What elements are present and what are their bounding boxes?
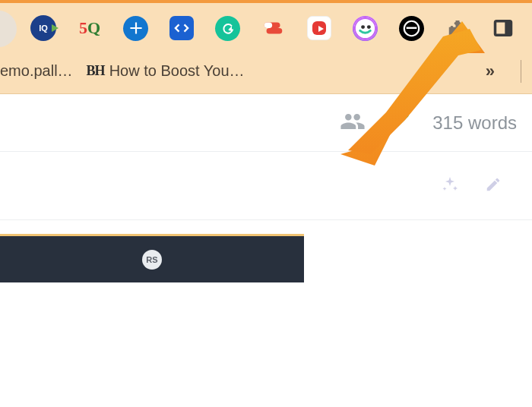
banner-badge: RS bbox=[142, 250, 162, 270]
sparkle-icon[interactable] bbox=[441, 175, 459, 197]
bh-icon: BH bbox=[87, 63, 105, 79]
svg-rect-1 bbox=[267, 28, 283, 34]
iq-label: IQ bbox=[39, 24, 48, 33]
grammarly-extension-icon[interactable] bbox=[215, 16, 240, 41]
sq-extension-icon[interactable]: 5Q bbox=[78, 16, 102, 40]
word-count-label: 315 words bbox=[432, 112, 517, 134]
code-icon bbox=[172, 18, 192, 38]
plus-extension-icon[interactable] bbox=[123, 16, 148, 41]
puzzle-icon bbox=[446, 17, 469, 39]
saved-check-icon bbox=[387, 109, 411, 137]
svg-rect-2 bbox=[264, 22, 272, 28]
plus-icon bbox=[126, 18, 146, 38]
iq-extension-icon[interactable]: IQ bbox=[30, 15, 56, 41]
loom-extension-icon[interactable] bbox=[353, 16, 378, 41]
bookmarks-overflow-button[interactable]: » bbox=[481, 62, 499, 81]
sidepanel-icon[interactable] bbox=[491, 16, 515, 40]
overflow-label: » bbox=[486, 62, 495, 80]
svg-rect-9 bbox=[407, 27, 417, 28]
loom-icon bbox=[353, 16, 378, 41]
extension-bar: IQ 5Q bbox=[0, 3, 532, 53]
doc-tool-row bbox=[0, 152, 532, 220]
extensions-menu-icon[interactable] bbox=[445, 16, 470, 40]
svg-point-6 bbox=[367, 25, 371, 29]
code-extension-icon[interactable] bbox=[169, 16, 194, 40]
grammarly-icon bbox=[220, 21, 236, 36]
bookmark-item-2[interactable]: BH How to Boost You… bbox=[87, 62, 245, 80]
pencil-icon[interactable] bbox=[485, 176, 502, 196]
youtube-extension-icon[interactable] bbox=[307, 16, 331, 40]
expressvpn-icon bbox=[261, 15, 286, 41]
banner-badge-label: RS bbox=[146, 255, 157, 264]
panel-icon bbox=[492, 17, 514, 39]
svg-rect-11 bbox=[505, 22, 510, 34]
bookmark-label-2: How to Boost You… bbox=[109, 62, 245, 80]
profile-avatar[interactable] bbox=[0, 11, 17, 47]
bookmarks-divider bbox=[521, 60, 521, 83]
smile-icon bbox=[399, 16, 424, 41]
embedded-dark-banner: RS bbox=[0, 234, 304, 282]
doc-status-row: 315 words bbox=[0, 94, 532, 152]
svg-point-5 bbox=[361, 25, 365, 29]
expressvpn-extension-icon[interactable] bbox=[261, 16, 286, 40]
bookmark-label-1: emo.pall… bbox=[0, 62, 73, 80]
bookmark-item-1[interactable]: emo.pall… bbox=[0, 62, 73, 80]
smile-extension-icon[interactable] bbox=[399, 16, 424, 41]
collaborators-icon[interactable] bbox=[340, 109, 366, 137]
bookmarks-bar: emo.pall… BH How to Boost You… » bbox=[0, 53, 532, 94]
